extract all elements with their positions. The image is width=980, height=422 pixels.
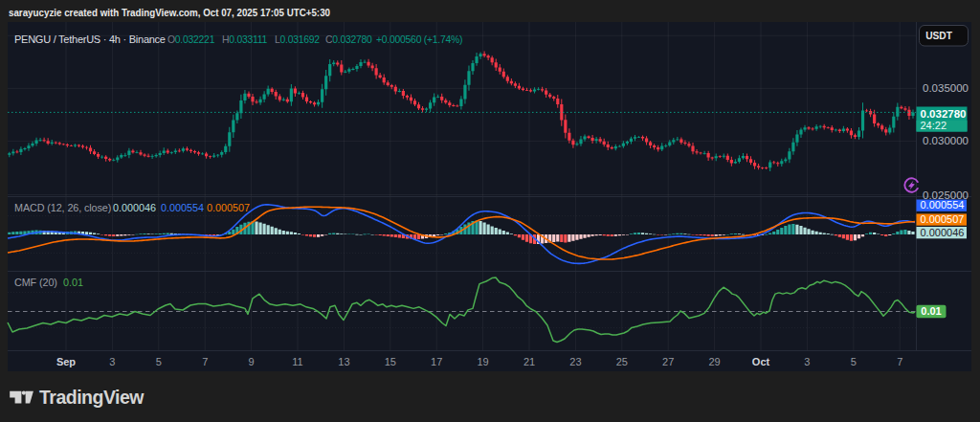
svg-text:0.035000: 0.035000 [923,82,969,94]
svg-text:PENGU / TetherUS · 4h · Binanc: PENGU / TetherUS · 4h · Binance [14,33,166,45]
svg-text:0.030000: 0.030000 [923,135,969,146]
svg-text:15: 15 [385,356,396,367]
svg-text:21: 21 [523,356,535,367]
svg-text:TradingView: TradingView [39,387,145,408]
svg-text:0.032780: 0.032780 [921,108,967,120]
svg-text:24:22: 24:22 [921,120,947,131]
svg-text:27: 27 [662,356,674,367]
svg-text:H0.033111: H0.033111 [222,34,268,45]
svg-text:23: 23 [569,356,581,367]
svg-text:13: 13 [338,356,349,367]
svg-text:25: 25 [616,356,628,367]
svg-text:3: 3 [804,356,810,367]
svg-text:L0.031692: L0.031692 [275,34,320,45]
svg-text:29: 29 [708,356,720,367]
svg-text:+0.000560 (+1.74%): +0.000560 (+1.74%) [376,34,462,45]
svg-text:0.01: 0.01 [63,277,83,288]
svg-text:Sep: Sep [56,356,76,367]
svg-text:MACD (12, 26, close): MACD (12, 26, close) [14,202,111,213]
svg-text:sarayucyzie created with Tradi: sarayucyzie created with TradingView.com… [9,7,330,18]
svg-text:0.01: 0.01 [921,305,941,317]
svg-text:11: 11 [292,356,302,367]
svg-text:O0.032221: O0.032221 [167,34,215,45]
svg-text:5: 5 [156,356,162,367]
svg-text:19: 19 [477,356,488,367]
svg-text:CMF (20): CMF (20) [14,277,57,288]
svg-text:0.000046: 0.000046 [113,202,156,213]
svg-text:0.000554: 0.000554 [921,199,965,211]
svg-text:0.000507: 0.000507 [921,213,965,225]
svg-text:Oct: Oct [752,356,770,367]
svg-text:0.000507: 0.000507 [207,202,250,213]
svg-text:5: 5 [851,356,857,367]
svg-text:7: 7 [202,356,208,367]
svg-text:3: 3 [109,356,115,367]
svg-text:7: 7 [897,356,902,367]
svg-text:17: 17 [431,356,442,367]
svg-text:9: 9 [249,356,255,367]
svg-text:0.000046: 0.000046 [921,227,965,238]
svg-text:0.000554: 0.000554 [161,202,204,213]
svg-text:C0.032780: C0.032780 [325,34,372,45]
svg-text:USDT: USDT [925,31,953,41]
